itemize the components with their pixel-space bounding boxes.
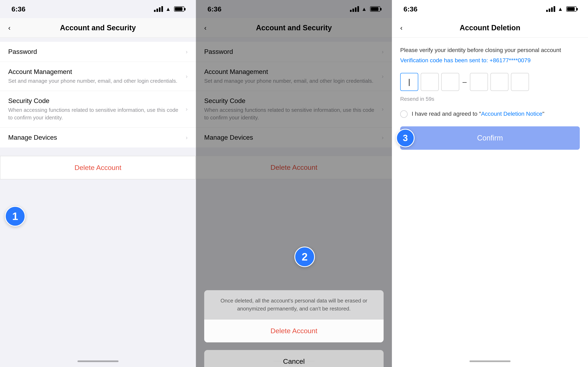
phone-screen-2: 6:36 ▲ ‹ Account and Security bbox=[196, 0, 392, 367]
page-title-1: Account and Security bbox=[60, 24, 136, 32]
action-sheet-cancel-button-2[interactable]: Cancel bbox=[204, 350, 384, 367]
phone-number-3: +86177****0079 bbox=[490, 57, 531, 64]
status-icons-1: ▲ bbox=[154, 6, 184, 12]
status-icons-3: ▲ bbox=[546, 6, 577, 12]
code-dash-3: – bbox=[463, 78, 467, 86]
status-bar-1: 6:36 ▲ bbox=[0, 0, 196, 18]
battery-icon-3 bbox=[566, 6, 577, 12]
deletion-body-3: Please verify your identity before closi… bbox=[392, 38, 588, 158]
security-code-sub-1: When accessing functions related to sens… bbox=[8, 106, 182, 121]
agreement-link-3[interactable]: Account Deletion Notice bbox=[481, 111, 542, 117]
status-time-1: 6:36 bbox=[11, 5, 26, 13]
status-bar-3: 6:36 ▲ bbox=[392, 0, 588, 18]
manage-devices-label-1: Manage Devices bbox=[8, 134, 182, 141]
confirm-label-3: Confirm bbox=[477, 134, 503, 142]
settings-list-1: Password › Account Management Set and ma… bbox=[0, 42, 196, 148]
home-indicator-3 bbox=[469, 360, 510, 362]
code-box-5[interactable] bbox=[490, 73, 509, 91]
resend-text-3: Resend in 59s bbox=[400, 96, 580, 102]
step-badge-2: 2 bbox=[294, 247, 315, 267]
home-indicator-1 bbox=[78, 360, 119, 362]
account-management-item-1[interactable]: Account Management Set and manage your p… bbox=[0, 62, 196, 91]
deletion-phone-3: Verification code has been sent to: +861… bbox=[400, 56, 580, 65]
chevron-icon-2: › bbox=[186, 73, 188, 80]
chevron-icon-4: › bbox=[186, 134, 188, 141]
delete-account-button-1[interactable]: Delete Account bbox=[0, 156, 196, 179]
status-time-3: 6:36 bbox=[404, 5, 417, 13]
agreement-text-3: I have read and agreed to "Account Delet… bbox=[412, 109, 544, 118]
content-1: Password › Account Management Set and ma… bbox=[0, 38, 196, 179]
manage-devices-item-1[interactable]: Manage Devices › bbox=[0, 128, 196, 148]
wifi-icon-1: ▲ bbox=[165, 6, 171, 12]
status-icons-2: ▲ bbox=[350, 6, 380, 12]
account-management-sub-1: Set and manage your phone number, email,… bbox=[8, 77, 182, 84]
code-box-4[interactable] bbox=[470, 73, 488, 91]
back-button-1[interactable]: ‹ bbox=[8, 24, 20, 32]
wifi-icon-2: ▲ bbox=[362, 6, 367, 12]
code-box-2[interactable] bbox=[421, 73, 439, 91]
deletion-desc-3: Please verify your identity before closi… bbox=[400, 46, 580, 54]
agreement-radio-3[interactable] bbox=[400, 110, 407, 118]
password-label-1: Password bbox=[8, 48, 182, 56]
agreement-row-3[interactable]: I have read and agreed to "Account Delet… bbox=[400, 109, 580, 118]
security-code-item-1[interactable]: Security Code When accessing functions r… bbox=[0, 91, 196, 128]
signal-icon-3 bbox=[546, 6, 555, 12]
phone-screen-1: 6:36 ▲ ‹ Account and Security bbox=[0, 0, 196, 367]
security-code-label-1: Security Code bbox=[8, 97, 182, 105]
page-title-3: Account Deletion bbox=[460, 24, 520, 32]
status-bar-2: 6:36 ▲ bbox=[196, 0, 392, 18]
signal-icon-1 bbox=[154, 6, 163, 12]
account-management-label-1: Account Management bbox=[8, 68, 182, 75]
password-item-1[interactable]: Password › bbox=[0, 42, 196, 62]
delete-account-label-1: Delete Account bbox=[74, 164, 121, 172]
nav-bar-1: ‹ Account and Security bbox=[0, 18, 196, 38]
code-box-1[interactable]: | bbox=[400, 73, 418, 91]
back-button-3[interactable]: ‹ bbox=[400, 24, 413, 32]
nav-bar-3: ‹ Account Deletion bbox=[392, 18, 588, 38]
battery-icon-2 bbox=[370, 6, 380, 12]
step-badge-3: 3 bbox=[396, 129, 415, 147]
code-box-3[interactable] bbox=[441, 73, 459, 91]
action-sheet-cancel-container: Cancel bbox=[204, 317, 384, 342]
signal-icon-2 bbox=[350, 6, 359, 12]
battery-icon-1 bbox=[174, 6, 184, 12]
confirm-button-3[interactable]: 3 Confirm bbox=[400, 126, 580, 150]
code-box-6[interactable] bbox=[511, 73, 529, 91]
code-inputs-3[interactable]: | – bbox=[400, 73, 580, 91]
chevron-icon-3: › bbox=[186, 106, 188, 112]
phone-screen-3: 6:36 ▲ ‹ Account Deletion Please verify … bbox=[392, 0, 588, 367]
chevron-icon-1: › bbox=[186, 49, 188, 55]
action-sheet-message-2: Once deleted, all the account's personal… bbox=[204, 290, 384, 319]
status-time-2: 6:36 bbox=[208, 5, 221, 13]
step-badge-1: 1 bbox=[5, 206, 26, 226]
wifi-icon-3: ▲ bbox=[558, 6, 563, 12]
